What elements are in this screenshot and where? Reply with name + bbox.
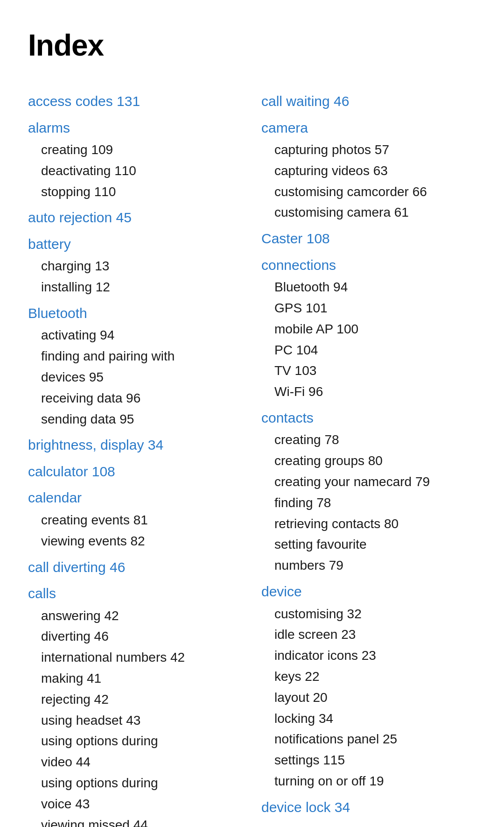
index-heading: contacts [261, 407, 476, 429]
index-sub-item: receiving data 96 [28, 388, 243, 409]
index-sub-item: activating 94 [28, 325, 243, 346]
index-heading: auto rejection 45 [28, 207, 243, 229]
index-sub-item: TV 103 [261, 360, 476, 382]
index-sub-item: PC 104 [261, 340, 476, 361]
index-sub-item: creating 78 [261, 430, 476, 451]
index-heading: access codes 131 [28, 91, 243, 113]
index-heading: Bluetooth [28, 303, 243, 325]
index-heading: brightness, display 34 [28, 434, 243, 456]
index-heading: device lock 34 [261, 797, 476, 819]
index-sub-item: capturing photos 57 [261, 140, 476, 161]
index-sub-item: locking 34 [261, 708, 476, 729]
index-heading: camera [261, 117, 476, 139]
index-sub-item: using options during [28, 773, 243, 794]
index-sub-item: creating groups 80 [261, 451, 476, 472]
index-sub-item: customising camcorder 66 [261, 182, 476, 203]
index-sub-item: rejecting 42 [28, 689, 243, 710]
index-sub-item: finding and pairing with [28, 346, 243, 367]
index-sub-item: Bluetooth 94 [261, 277, 476, 298]
index-heading: calculator 108 [28, 461, 243, 483]
index-heading: call diverting 46 [28, 557, 243, 579]
index-sub-item: customising 32 [261, 604, 476, 625]
index-sub-item: creating your namecard 79 [261, 472, 476, 493]
index-sub-item: retrieving contacts 80 [261, 514, 476, 535]
right-column: call waiting 46cameracapturing photos 57… [261, 86, 476, 827]
index-sub-item: setting favourite [261, 534, 476, 555]
index-sub-item: turning on or off 19 [261, 771, 476, 792]
index-sub-item: devices 95 [28, 367, 243, 388]
index-sub-item: viewing missed 44 [28, 815, 243, 827]
index-sub-item: installing 12 [28, 277, 243, 298]
index-heading: device [261, 581, 476, 603]
index-sub-item: numbers 79 [261, 555, 476, 576]
index-heading: call waiting 46 [261, 91, 476, 113]
index-sub-item: making 41 [28, 668, 243, 689]
page-title: Index [28, 28, 476, 63]
index-heading: alarms [28, 117, 243, 139]
index-sub-item: finding 78 [261, 493, 476, 514]
index-layout: access codes 131alarmscreating 109deacti… [28, 86, 476, 827]
index-sub-item: charging 13 [28, 256, 243, 277]
index-sub-item: creating events 81 [28, 510, 243, 531]
index-sub-item: answering 42 [28, 606, 243, 627]
index-sub-item: using options during [28, 731, 243, 752]
index-sub-item: international numbers 42 [28, 647, 243, 668]
index-heading: battery [28, 233, 243, 255]
index-heading: connections [261, 254, 476, 276]
index-sub-item: creating 109 [28, 140, 243, 161]
index-sub-item: mobile AP 100 [261, 319, 476, 340]
index-sub-item: layout 20 [261, 687, 476, 708]
index-sub-item: viewing events 82 [28, 531, 243, 552]
index-sub-item: GPS 101 [261, 298, 476, 319]
index-heading: Caster 108 [261, 228, 476, 250]
index-sub-item: customising camera 61 [261, 202, 476, 223]
index-sub-item: settings 115 [261, 750, 476, 771]
index-heading: calendar [28, 487, 243, 509]
left-column: access codes 131alarmscreating 109deacti… [28, 86, 243, 827]
index-sub-item: video 44 [28, 752, 243, 773]
index-heading: calls [28, 583, 243, 605]
index-sub-item: diverting 46 [28, 626, 243, 647]
index-sub-item: voice 43 [28, 794, 243, 815]
index-sub-item: deactivating 110 [28, 161, 243, 182]
index-sub-item: idle screen 23 [261, 624, 476, 645]
index-sub-item: indicator icons 23 [261, 645, 476, 666]
index-sub-item: notifications panel 25 [261, 729, 476, 750]
index-sub-item: capturing videos 63 [261, 161, 476, 182]
index-sub-item: Wi-Fi 96 [261, 382, 476, 403]
index-sub-item: sending data 95 [28, 409, 243, 430]
index-sub-item: using headset 43 [28, 710, 243, 731]
index-sub-item: stopping 110 [28, 182, 243, 203]
index-sub-item: keys 22 [261, 666, 476, 687]
